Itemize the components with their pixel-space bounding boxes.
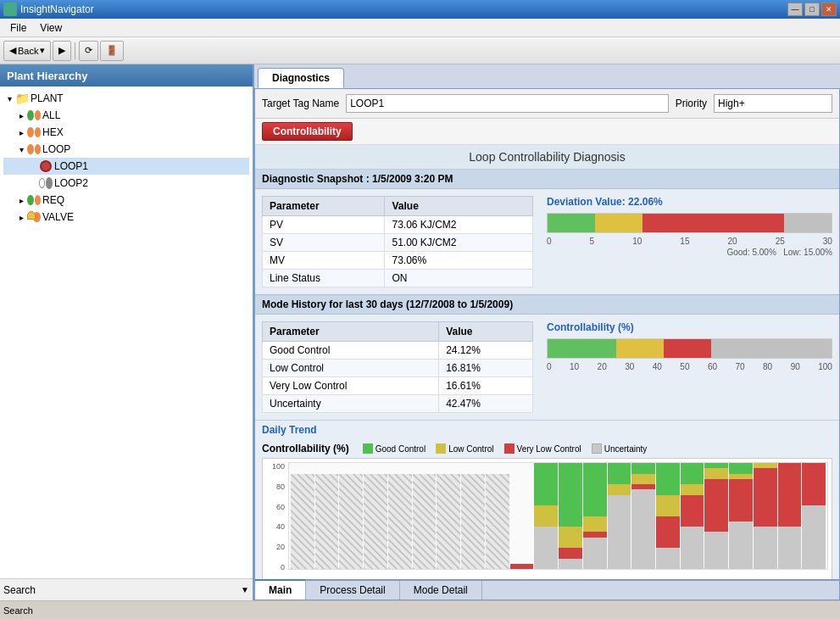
mode-body: Parameter Value Good Control 24.12% Low … (255, 315, 839, 420)
bar-segment (631, 474, 655, 485)
menu-view[interactable]: View (33, 20, 69, 36)
bar-group (291, 463, 314, 569)
folder-icon-plant: 📁 (15, 92, 29, 105)
bar-hatch (339, 474, 363, 570)
gauge-yellow (595, 214, 643, 232)
exit-button[interactable]: 🚪 (100, 41, 124, 61)
bar-segment (729, 479, 753, 521)
param-table: Parameter Value PV 73.06 KJ/CM2 SV (262, 196, 533, 287)
menu-file[interactable]: File (3, 20, 33, 36)
bar-group (461, 463, 485, 569)
node-icon-valve (27, 210, 41, 224)
bar-segment (656, 463, 680, 495)
bar-segment (802, 505, 826, 569)
param-value-pv: 73.06 KJ/CM2 (385, 216, 533, 234)
tree-label-req: REQ (42, 194, 64, 206)
tree-item-all[interactable]: ▸ ALL (3, 107, 249, 124)
legend-dot-unc (592, 443, 602, 454)
mode-value-good: 24.12% (439, 342, 533, 360)
bar-hatch (486, 474, 509, 570)
ctrl-gauge-red (664, 339, 711, 358)
diag-title: Loop Controllability Diagnosis (255, 145, 839, 170)
controllability-button[interactable]: Controllability (262, 122, 353, 141)
ctrl-gauge-section: Controllability (%) 01020304050607080901… (547, 321, 832, 413)
legend-dot-low (436, 443, 446, 454)
forward-button[interactable]: ▶ (53, 41, 71, 61)
tree-label-hex: HEX (42, 126, 64, 138)
chart-container: Controllability (%) Good Control Low Con… (255, 439, 839, 579)
bar-group (656, 463, 680, 569)
minimize-button[interactable]: — (787, 3, 803, 16)
tree-container: ▾ 📁 PLANT ▸ ALL ▸ HEX (0, 86, 253, 578)
toggle-valve[interactable]: ▸ (15, 213, 27, 222)
param-value-sv: 51.00 KJ/CM2 (385, 234, 533, 252)
tab-mode-detail[interactable]: Mode Detail (400, 581, 482, 599)
bar-segment (802, 463, 826, 505)
trend-header: Daily Trend (255, 420, 839, 439)
bottom-search: Search ▼ (0, 578, 253, 600)
snapshot-body: Parameter Value PV 73.06 KJ/CM2 SV (255, 189, 839, 294)
bar-group (754, 463, 777, 569)
bar-group (559, 463, 582, 569)
target-tag-input[interactable] (346, 94, 668, 113)
tree-item-req[interactable]: ▸ REQ (3, 192, 249, 209)
col-parameter: Parameter (263, 197, 385, 216)
bar-group (608, 463, 631, 569)
tree-item-plant[interactable]: ▾ 📁 PLANT (3, 90, 249, 107)
toggle-loop[interactable]: ▾ (15, 145, 27, 154)
tab-diagnostics[interactable]: Diagnostics (258, 68, 344, 88)
bar-segment (534, 527, 558, 569)
toggle-all[interactable]: ▸ (15, 111, 27, 120)
refresh-button[interactable]: ⟳ (79, 41, 98, 61)
tree-item-loop2[interactable]: LOOP2 (3, 175, 249, 192)
bar-segment (559, 527, 582, 548)
toolbar-separator-1 (75, 42, 75, 59)
bar-segment (656, 495, 680, 516)
tree-item-loop[interactable]: ▾ LOOP (3, 141, 249, 158)
mode-param-low: Low Control (263, 360, 439, 377)
tree-label-loop1: LOOP1 (54, 160, 88, 172)
snapshot-header: Diagnostic Snapshot : 1/5/2009 3:20 PM (255, 170, 839, 189)
tree-item-valve[interactable]: ▸ VALVE (3, 209, 249, 226)
left-panel: Plant Hierarchy ▾ 📁 PLANT ▸ ALL ▸ (0, 64, 254, 600)
priority-input[interactable] (714, 94, 832, 113)
bar-group (486, 463, 509, 569)
bar-segment (681, 495, 704, 527)
search-dropdown-icon[interactable]: ▼ (241, 585, 249, 594)
bar-segment (778, 527, 802, 569)
bar-group (437, 463, 460, 569)
toggle-hex[interactable]: ▸ (15, 128, 27, 137)
legend-unc: Uncertainty (592, 443, 648, 454)
close-button[interactable]: ✕ (821, 3, 837, 16)
mode-param-unc: Uncertainty (263, 395, 439, 413)
bar-hatch (291, 474, 314, 570)
node-icon-all (27, 109, 41, 122)
bar-segment (631, 489, 655, 569)
bar-group (778, 463, 802, 569)
bar-segment (754, 527, 777, 569)
mode-header: Mode History for last 30 days (12/7/2008… (255, 294, 839, 315)
bar-segment (608, 495, 631, 570)
window-controls: — □ ✕ (787, 3, 837, 16)
tab-process-detail[interactable]: Process Detail (306, 581, 399, 599)
back-button[interactable]: ◀ Back ▾ (3, 41, 51, 61)
param-name-sv: SV (263, 234, 385, 252)
toggle-req[interactable]: ▸ (15, 196, 27, 205)
toggle-loop2 (27, 179, 39, 188)
tab-main[interactable]: Main (255, 579, 306, 599)
bar-segment (534, 463, 558, 505)
ctrl-gauge (547, 338, 832, 359)
bar-segment (681, 484, 704, 495)
maximize-button[interactable]: □ (804, 3, 820, 16)
bar-segment (608, 463, 631, 484)
bar-group (534, 463, 558, 569)
bar-segment (583, 516, 607, 533)
node-icon-loop2 (39, 176, 53, 190)
tree-item-loop1[interactable]: LOOP1 (3, 158, 249, 175)
bottom-tabs: Main Process Detail Mode Detail (255, 579, 839, 599)
tree-item-hex[interactable]: ▸ HEX (3, 124, 249, 141)
toggle-plant[interactable]: ▾ (3, 94, 15, 103)
tree-label-valve: VALVE (42, 211, 74, 223)
table-row: Line Status ON (263, 270, 533, 287)
param-name-ls: Line Status (263, 270, 385, 287)
